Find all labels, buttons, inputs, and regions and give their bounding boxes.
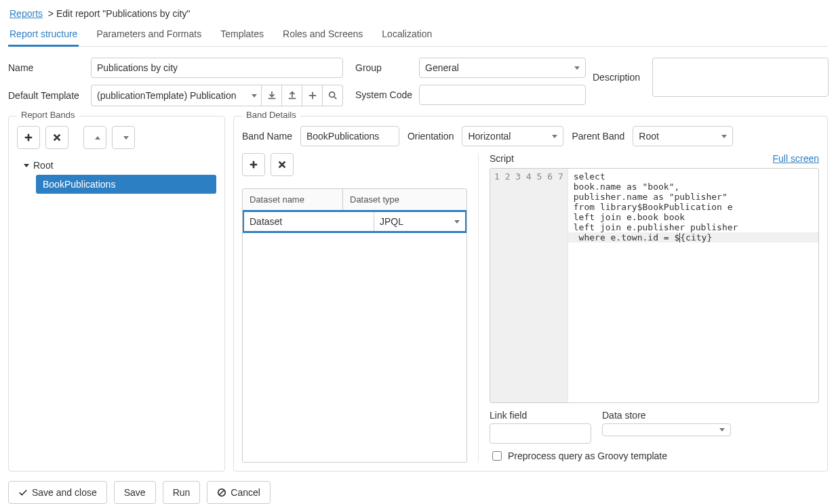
orientation-select[interactable]: Horizontal bbox=[462, 126, 563, 146]
editor-code[interactable]: select book.name as "book", publisher.na… bbox=[568, 169, 818, 402]
tree-root-label: Root bbox=[33, 160, 54, 171]
template-upload-button[interactable] bbox=[282, 85, 302, 106]
tree-band-label: BookPublications bbox=[43, 179, 115, 190]
close-icon bbox=[277, 160, 287, 169]
tab-report-structure[interactable]: Report structure bbox=[8, 24, 79, 46]
orientation-value: Horizontal bbox=[468, 131, 511, 142]
data-store-label: Data store bbox=[602, 410, 731, 421]
chevron-down-icon bbox=[574, 66, 580, 70]
save-button[interactable]: Save bbox=[114, 481, 156, 504]
close-icon bbox=[52, 133, 62, 142]
dataset-add-button[interactable] bbox=[242, 153, 265, 176]
report-bands-legend: Report Bands bbox=[17, 110, 79, 120]
template-dropdown-button[interactable] bbox=[241, 85, 262, 106]
system-code-label: System Code bbox=[355, 89, 414, 100]
bands-tree: Root BookPublications bbox=[17, 156, 216, 194]
chevron-down-icon bbox=[123, 136, 129, 140]
plus-icon bbox=[308, 91, 317, 100]
script-editor[interactable]: 1 2 3 4 5 6 7 select book.name as "book"… bbox=[490, 168, 819, 403]
template-search-button[interactable] bbox=[323, 85, 343, 106]
check-icon bbox=[18, 488, 28, 497]
dataset-table: Dataset name Dataset type JPQL bbox=[242, 188, 467, 463]
group-label: Group bbox=[355, 62, 414, 73]
dataset-type-select[interactable]: JPQL bbox=[374, 212, 465, 231]
parent-band-value: Root bbox=[639, 131, 659, 142]
breadcrumb: Reports > Edit report "Publications by c… bbox=[8, 8, 828, 19]
chevron-down-icon bbox=[552, 135, 557, 138]
run-button[interactable]: Run bbox=[163, 481, 201, 504]
chevron-up-icon bbox=[95, 136, 100, 140]
tab-parameters-formats[interactable]: Parameters and Formats bbox=[95, 24, 203, 46]
full-screen-link[interactable]: Full screen bbox=[773, 153, 819, 164]
download-icon bbox=[267, 91, 277, 100]
upload-icon bbox=[287, 91, 297, 100]
name-label: Name bbox=[8, 62, 85, 73]
tab-templates[interactable]: Templates bbox=[219, 24, 265, 46]
preprocess-label: Preprocess query as Groovy template bbox=[508, 450, 667, 461]
band-details-legend: Band Details bbox=[242, 110, 300, 120]
default-template-combo bbox=[91, 85, 343, 106]
tab-localization[interactable]: Localization bbox=[380, 24, 433, 46]
search-icon bbox=[328, 91, 338, 100]
cancel-button[interactable]: Cancel bbox=[207, 481, 271, 504]
template-download-button[interactable] bbox=[262, 85, 282, 106]
band-name-input[interactable] bbox=[300, 126, 399, 146]
breadcrumb-title: Edit report "Publications by city" bbox=[56, 8, 190, 19]
dataset-type-value: JPQL bbox=[380, 216, 403, 227]
tabs: Report structure Parameters and Formats … bbox=[8, 24, 828, 47]
plus-icon bbox=[249, 160, 258, 169]
plus-icon bbox=[24, 133, 33, 142]
chevron-down-icon bbox=[454, 220, 460, 224]
dataset-remove-button[interactable] bbox=[271, 153, 294, 176]
parent-band-select[interactable]: Root bbox=[633, 126, 733, 146]
footer-actions: Save and close Save Run Cancel bbox=[8, 481, 828, 504]
dataset-name-input[interactable] bbox=[244, 212, 374, 231]
preprocess-checkbox[interactable] bbox=[492, 451, 502, 461]
band-move-up-button[interactable] bbox=[83, 126, 106, 149]
svg-point-0 bbox=[329, 92, 334, 98]
orientation-label: Orientation bbox=[407, 131, 454, 142]
tab-roles-screens[interactable]: Roles and Screens bbox=[281, 24, 364, 46]
description-label: Description bbox=[593, 72, 647, 83]
template-add-button[interactable] bbox=[302, 85, 323, 106]
band-name-label: Band Name bbox=[242, 131, 292, 142]
group-value: General bbox=[425, 62, 459, 73]
chevron-down-icon bbox=[721, 135, 727, 138]
expand-icon bbox=[24, 164, 29, 167]
band-details-panel: Band Details Band Name Orientation Horiz… bbox=[233, 116, 828, 471]
dataset-name-header: Dataset name bbox=[243, 189, 343, 210]
default-template-label: Default Template bbox=[8, 90, 85, 101]
band-add-button[interactable] bbox=[17, 126, 40, 149]
system-code-input[interactable] bbox=[419, 85, 586, 105]
save-close-button[interactable]: Save and close bbox=[8, 481, 107, 504]
tree-root[interactable]: Root bbox=[17, 156, 216, 175]
band-remove-button[interactable] bbox=[45, 126, 68, 149]
editor-gutter: 1 2 3 4 5 6 7 bbox=[490, 169, 568, 402]
chevron-down-icon bbox=[719, 428, 725, 432]
reports-link[interactable]: Reports bbox=[9, 8, 43, 19]
parent-band-label: Parent Band bbox=[572, 131, 624, 142]
group-select[interactable]: General bbox=[419, 58, 586, 78]
link-field-label: Link field bbox=[490, 410, 591, 421]
link-field-input[interactable] bbox=[490, 423, 591, 444]
default-template-input[interactable] bbox=[91, 85, 241, 106]
tree-band-bookpublications[interactable]: BookPublications bbox=[36, 175, 216, 194]
band-move-down-button[interactable] bbox=[112, 126, 135, 149]
data-store-select[interactable] bbox=[602, 423, 731, 436]
name-input[interactable] bbox=[91, 58, 343, 78]
dataset-row[interactable]: JPQL bbox=[242, 210, 467, 233]
chevron-down-icon bbox=[252, 94, 257, 98]
dataset-type-header: Dataset type bbox=[343, 189, 466, 210]
script-label: Script bbox=[490, 153, 514, 164]
report-bands-panel: Report Bands Root BookPublica bbox=[8, 116, 225, 471]
ban-icon bbox=[217, 488, 226, 497]
